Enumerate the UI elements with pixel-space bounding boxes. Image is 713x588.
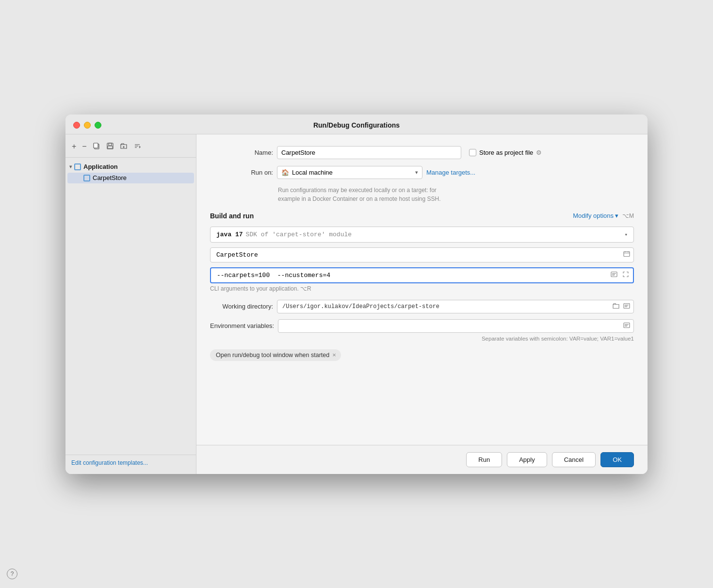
module-input[interactable]	[210, 247, 634, 262]
add-config-button[interactable]: +	[69, 141, 79, 152]
chevron-down-icon: ▾	[624, 231, 628, 238]
run-button[interactable]: Run	[466, 452, 502, 467]
footer: Run Apply Cancel OK	[196, 445, 648, 474]
manage-targets-link[interactable]: Manage targets...	[426, 169, 475, 176]
modify-options-container: Modify options ▾ ⌥M	[573, 212, 634, 219]
sidebar-toolbar: + −	[65, 138, 196, 158]
gear-icon[interactable]: ⚙	[536, 149, 542, 156]
env-vars-input-container	[278, 319, 634, 333]
traffic-lights	[73, 122, 101, 129]
env-vars-input[interactable]	[278, 319, 634, 333]
tag-remove-button[interactable]: ×	[332, 352, 336, 358]
run-on-value: Local machine	[292, 169, 333, 176]
dialog-title: Run/Debug Configurations	[313, 121, 400, 129]
tree-collapse-arrow: ▾	[69, 164, 72, 169]
name-label: Name:	[210, 149, 273, 156]
cancel-button[interactable]: Cancel	[552, 452, 596, 467]
save-config-button[interactable]	[104, 140, 116, 153]
copy-icon	[93, 142, 100, 150]
maximize-button[interactable]	[95, 122, 101, 129]
content-area: + −	[65, 134, 648, 474]
build-run-title: Build and run	[210, 212, 254, 220]
chevron-down-icon: ▾	[615, 212, 618, 219]
env-vars-label: Environment variables:	[210, 322, 274, 329]
sidebar: + −	[65, 134, 196, 474]
args-input[interactable]	[210, 267, 634, 283]
store-as-file-container: Store as project file ⚙	[469, 149, 542, 156]
main-panel: Name: Store as project file ⚙ Run on: 🏠 …	[196, 134, 648, 445]
working-dir-icons	[612, 301, 631, 311]
application-group-label: Application	[83, 163, 118, 170]
working-dir-label: Working directory:	[210, 303, 273, 310]
env-vars-browse-icon[interactable]	[623, 322, 630, 330]
modify-options-button[interactable]: Modify options ▾	[573, 212, 618, 219]
new-folder-icon	[120, 142, 128, 150]
store-as-file-checkbox[interactable]	[469, 149, 476, 156]
run-debug-dialog: Run/Debug Configurations + −	[65, 114, 648, 474]
tag-pill-container: Open run/debug tool window when started …	[210, 349, 634, 371]
application-group-icon	[74, 163, 81, 171]
config-icon	[83, 174, 91, 182]
carpet-store-config-item[interactable]: CarpetStore	[67, 173, 194, 183]
copy-config-button[interactable]	[90, 140, 103, 153]
java-sdk-desc: SDK of 'carpet-store' module	[246, 231, 352, 238]
home-icon: 🏠	[281, 169, 289, 176]
sidebar-bottom: Edit configuration templates...	[65, 455, 196, 470]
java-version: java 17	[216, 231, 243, 238]
module-browse-icon[interactable]	[623, 251, 630, 259]
config-tree: ▾ Application CarpetStore	[65, 160, 196, 455]
application-group-header[interactable]: ▾ Application	[65, 162, 196, 172]
working-dir-input-container	[277, 300, 634, 313]
close-button[interactable]	[73, 122, 80, 129]
remove-config-button[interactable]: −	[80, 141, 89, 152]
svg-rect-5	[624, 252, 630, 257]
build-run-header: Build and run Modify options ▾ ⌥M	[210, 212, 634, 220]
working-dir-folder-icon[interactable]	[612, 301, 620, 311]
sort-icon	[133, 142, 141, 150]
sort-button[interactable]	[131, 140, 144, 153]
svg-rect-1	[94, 143, 98, 148]
svg-rect-3	[109, 143, 112, 146]
store-as-file-label: Store as project file	[479, 149, 533, 156]
new-folder-button[interactable]	[117, 140, 130, 153]
args-expand-icon[interactable]	[610, 270, 618, 280]
java-sdk-dropdown[interactable]: java 17 SDK of 'carpet-store' module ▾	[210, 227, 634, 243]
name-input[interactable]	[277, 146, 461, 159]
args-hint-text: CLI arguments to your application. ⌥R	[210, 285, 311, 292]
titlebar: Run/Debug Configurations	[65, 114, 648, 134]
run-on-dropdown[interactable]: 🏠 Local machine ▾	[277, 166, 422, 179]
env-vars-row: Environment variables:	[210, 319, 634, 333]
env-vars-hint: Separate variables with semicolon: VAR=v…	[210, 336, 634, 342]
save-icon	[106, 142, 114, 150]
working-dir-input[interactable]	[277, 300, 634, 313]
working-dir-row: Working directory:	[210, 300, 634, 313]
args-fullscreen-icon[interactable]	[621, 270, 630, 280]
svg-rect-4	[108, 146, 113, 148]
ok-button[interactable]: OK	[600, 452, 634, 467]
env-vars-hint-text: Separate variables with semicolon: VAR=v…	[482, 336, 634, 342]
modify-options-shortcut: ⌥M	[622, 212, 634, 219]
run-on-label: Run on:	[210, 169, 273, 176]
args-hint: CLI arguments to your application. ⌥R	[210, 285, 634, 292]
run-on-row: Run on: 🏠 Local machine ▾ Manage targets…	[210, 166, 634, 179]
args-input-container	[210, 267, 634, 283]
tag-label: Open run/debug tool window when started	[216, 352, 329, 359]
minimize-button[interactable]	[84, 122, 91, 129]
main-area: Name: Store as project file ⚙ Run on: 🏠 …	[196, 134, 648, 474]
config-item-label: CarpetStore	[93, 174, 127, 181]
modify-options-label: Modify options	[573, 212, 614, 219]
edit-templates-link[interactable]: Edit configuration templates...	[71, 459, 148, 466]
chevron-down-icon: ▾	[415, 169, 418, 176]
apply-button[interactable]: Apply	[507, 452, 547, 467]
run-on-hint: Run configurations may be executed local…	[278, 186, 634, 203]
name-row: Name: Store as project file ⚙	[210, 146, 634, 159]
args-icons	[610, 270, 630, 280]
working-dir-browse-icon[interactable]	[622, 301, 631, 311]
application-group: ▾ Application CarpetStore	[65, 161, 196, 185]
run-debug-tag-pill: Open run/debug tool window when started …	[210, 349, 341, 361]
module-input-container	[210, 247, 634, 262]
